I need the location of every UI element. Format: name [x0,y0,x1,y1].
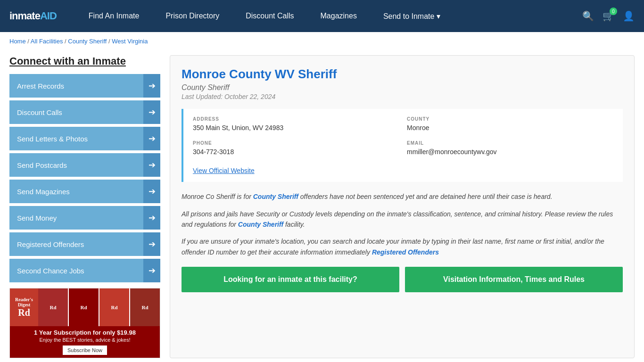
info-box: ADDRESS 350 Main St, Union, WV 24983 COU… [182,109,623,182]
sidebar-btn-send-letters[interactable]: Send Letters & Photos ➔ [9,127,160,150]
facility-type: County Sheriff [182,83,623,92]
logo[interactable]: inmateAID [9,10,57,22]
breadcrumb-county-sheriff[interactable]: County Sheriff [68,38,107,45]
nav-send-to-inmate[interactable]: Send to Inmate ▾ [370,0,454,32]
user-icon[interactable]: 👤 [623,10,635,22]
website-field: View Official Website [193,164,613,174]
nav-magazines[interactable]: Magazines [307,0,370,32]
sidebar-btn-send-magazines[interactable]: Send Magazines ➔ [9,180,160,203]
sidebar: Connect with an Inmate Arrest Records ➔ … [9,55,160,358]
sidebar-btn-discount-calls[interactable]: Discount Calls ➔ [9,100,160,124]
sidebar-btn-arrest-records[interactable]: Arrest Records ➔ [9,74,160,98]
breadcrumb-west-virginia[interactable]: West Virginia [112,38,148,45]
sidebar-btn-second-chance[interactable]: Second Chance Jobs ➔ [9,259,160,282]
description-2: All prisons and jails have Security or C… [182,209,623,230]
content-panel: Monroe County WV Sheriff County Sheriff … [170,55,635,358]
breadcrumb: Home / All Facilities / County Sheriff /… [0,32,644,50]
chevron-right-icon: ➔ [143,180,160,203]
sidebar-btn-send-money[interactable]: Send Money ➔ [9,206,160,230]
chevron-right-icon: ➔ [143,232,160,256]
phone-field: PHONE 304-772-3018 [193,140,399,157]
breadcrumb-all-facilities[interactable]: All Facilities [31,38,63,45]
nav-discount-calls[interactable]: Discount Calls [232,0,307,32]
facility-updated: Last Updated: October 22, 2024 [182,93,623,100]
search-icon[interactable]: 🔍 [582,10,594,22]
county-field: COUNTY Monroe [407,116,613,133]
chevron-right-icon: ➔ [143,259,160,282]
cart-icon[interactable]: 🛒 0 [603,10,614,22]
county-sheriff-link-2[interactable]: County Sheriff [238,221,283,228]
sidebar-ad: Reader'sDigestRd Rd Rd Rd Rd 1 Year Subs… [9,288,160,358]
main-content: Connect with an Inmate Arrest Records ➔ … [0,50,644,362]
chevron-right-icon: ➔ [143,100,160,124]
chevron-right-icon: ➔ [143,206,160,230]
sidebar-btn-registered-offenders[interactable]: Registered Offenders ➔ [9,232,160,256]
email-field: EMAIL mmiller@monroecountywv.gov [407,140,613,157]
sidebar-btn-send-postcards[interactable]: Send Postcards ➔ [9,153,160,177]
chevron-right-icon: ➔ [143,153,160,177]
logo-text: inmateAID [9,10,57,22]
description-3: If you are unsure of your inmate's locat… [182,236,623,257]
nav-prison-directory[interactable]: Prison Directory [152,0,232,32]
breadcrumb-home[interactable]: Home [9,38,26,45]
find-inmate-button[interactable]: Looking for an inmate at this facility? [182,267,399,292]
subscribe-button[interactable]: Subscribe Now [63,346,107,355]
nav-menu: Find An Inmate Prison Directory Discount… [75,0,582,32]
sidebar-title: Connect with an Inmate [9,55,160,67]
nav-find-inmate[interactable]: Find An Inmate [75,0,153,32]
ad-covers: Reader'sDigestRd Rd Rd Rd Rd [10,288,160,326]
official-website-link[interactable]: View Official Website [193,167,255,174]
navbar: inmateAID Find An Inmate Prison Director… [0,0,644,32]
address-field: ADDRESS 350 Main St, Union, WV 24983 [193,116,399,133]
bottom-buttons: Looking for an inmate at this facility? … [182,267,623,292]
visitation-button[interactable]: Visitation Information, Times and Rules [405,267,623,292]
county-sheriff-link-1[interactable]: County Sheriff [253,193,298,200]
cart-badge: 0 [610,8,617,15]
facility-title: Monroe County WV Sheriff [182,67,623,82]
nav-icons: 🔍 🛒 0 👤 [582,10,635,22]
description-1: Monroe Co Sheriff is for County Sheriff … [182,191,623,202]
chevron-right-icon: ➔ [143,74,160,98]
chevron-right-icon: ➔ [143,127,160,150]
registered-offenders-link[interactable]: Registered Offenders [372,248,439,256]
